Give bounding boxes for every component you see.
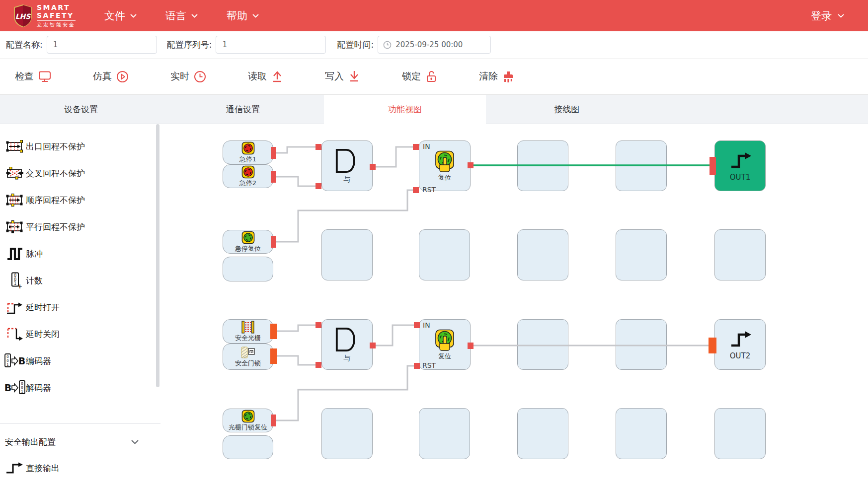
connection-port[interactable] <box>316 322 321 328</box>
block-door-lock[interactable]: 安全门锁 <box>223 344 273 370</box>
block-light-curtain[interactable]: 安全光栅 <box>223 319 273 344</box>
connection-port[interactable] <box>270 348 277 364</box>
block-label: OUT2 <box>730 352 751 360</box>
parallel-loop-icon <box>4 220 26 234</box>
pin-label-rst: RST <box>422 186 436 194</box>
read-button-label: 读取 <box>248 70 267 83</box>
read-button[interactable]: 读取 <box>248 70 283 83</box>
empty-slot[interactable] <box>616 408 667 459</box>
svg-text:1: 1 <box>21 390 23 394</box>
block-out2[interactable]: OUT2 <box>714 319 766 370</box>
connection-port[interactable] <box>270 324 277 339</box>
palette-item-bypass[interactable]: 旁路 <box>0 124 154 133</box>
menu-language[interactable]: 语言 <box>165 9 198 23</box>
brand-subtitle: 立宏智能安全 <box>37 22 76 27</box>
door-lock-icon <box>240 346 255 359</box>
empty-slot[interactable] <box>321 229 373 280</box>
connection-port[interactable] <box>271 171 276 183</box>
connection-port[interactable] <box>413 187 419 193</box>
connection-port[interactable] <box>271 415 276 426</box>
block-label: 复位 <box>438 174 451 181</box>
connection-port[interactable] <box>316 362 321 368</box>
login-menu[interactable]: 登录 <box>811 9 844 23</box>
block-and-gate-1[interactable]: 与 <box>321 140 373 191</box>
safety-output-section-header[interactable]: 安全输出配置 <box>0 428 154 455</box>
palette-item-parallel-loop[interactable]: 平行回程不保护 <box>0 213 154 240</box>
realtime-button[interactable]: 实时 <box>170 70 206 83</box>
config-serial-label: 配置序列号: <box>167 39 212 51</box>
connection-port[interactable] <box>468 343 473 349</box>
simulate-button[interactable]: 仿真 <box>93 70 129 83</box>
connection-port[interactable] <box>413 144 419 150</box>
top-navbar: LHS SMART SAFETY 立宏智能安全 文件 语言 帮助 登录 <box>0 0 868 31</box>
clear-button[interactable]: 清除 <box>479 70 514 83</box>
empty-slot[interactable] <box>616 229 667 280</box>
connection-port[interactable] <box>414 363 420 369</box>
menu-file[interactable]: 文件 <box>104 9 137 23</box>
palette-item-decoder[interactable]: B 0 0 1 解码器 <box>0 374 154 401</box>
empty-slot[interactable] <box>321 408 373 459</box>
palette-item-pulse[interactable]: 脉冲 <box>0 240 154 267</box>
block-estop-reset[interactable]: 急停复位 <box>223 230 273 254</box>
palette-item-label: 编码器 <box>26 355 51 367</box>
config-name-input[interactable] <box>47 36 157 54</box>
tab-wiring-diagram[interactable]: 接线图 <box>486 95 648 124</box>
block-estop1[interactable]: 急停1 <box>223 140 273 164</box>
empty-slot[interactable] <box>714 229 766 280</box>
monitor-icon <box>38 70 51 83</box>
sidebar-scrollbar[interactable] <box>156 124 159 387</box>
empty-slot[interactable] <box>616 319 667 370</box>
lock-button[interactable]: 锁定 <box>402 70 437 83</box>
connection-port[interactable] <box>710 157 716 175</box>
and-gate-icon <box>333 148 361 174</box>
empty-slot[interactable] <box>517 229 568 280</box>
connection-port[interactable] <box>370 343 376 348</box>
light-curtain-icon <box>240 321 255 334</box>
empty-slot[interactable] <box>517 319 568 370</box>
write-button[interactable]: 写入 <box>325 70 360 83</box>
empty-slot[interactable] <box>223 257 273 281</box>
palette-item-exit-loop[interactable]: 出口回程不保护 <box>0 133 154 160</box>
block-label: 急停复位 <box>235 245 261 252</box>
empty-slot[interactable] <box>616 140 667 191</box>
empty-slot[interactable] <box>419 229 470 280</box>
config-time-picker[interactable]: 2025-09-25 00:00 <box>378 36 491 54</box>
palette-item-direct-output[interactable]: 直接输出 <box>0 455 154 482</box>
menu-help[interactable]: 帮助 <box>227 9 259 23</box>
palette-item-sequence-loop[interactable]: 顺序回程不保护 <box>0 187 154 213</box>
connection-port[interactable] <box>316 183 321 189</box>
tab-function-view[interactable]: 功能视图 <box>324 95 486 124</box>
connection-port[interactable] <box>709 338 716 353</box>
tab-communication-settings[interactable]: 通信设置 <box>162 95 324 124</box>
connection-port[interactable] <box>271 147 276 159</box>
connection-port[interactable] <box>468 162 473 168</box>
connection-port[interactable] <box>414 322 420 328</box>
palette-item-delay-open[interactable]: 延时打开 <box>0 294 154 321</box>
block-curtain-lock-reset[interactable]: 光栅门锁复位 <box>223 409 273 432</box>
empty-slot[interactable] <box>419 408 470 459</box>
config-serial-input[interactable] <box>216 36 326 54</box>
connection-port[interactable] <box>316 144 321 150</box>
palette-item-encoder[interactable]: 0 0 1 B 编码器 <box>0 347 154 374</box>
block-label: 复位 <box>438 353 451 360</box>
palette-item-delay-close[interactable]: 延时关闭 <box>0 321 154 347</box>
empty-slot[interactable] <box>714 408 766 459</box>
tab-device-settings[interactable]: 设备设置 <box>0 95 162 124</box>
estop-button-icon <box>241 165 255 179</box>
simulate-button-label: 仿真 <box>93 70 112 83</box>
block-and-gate-2[interactable]: 与 <box>321 319 373 370</box>
empty-slot[interactable] <box>517 408 568 459</box>
block-out1[interactable]: OUT1 <box>714 140 766 191</box>
realtime-button-label: 实时 <box>170 70 189 83</box>
palette-item-cross-loop[interactable]: 交叉回程不保护 <box>0 160 154 187</box>
connection-port[interactable] <box>271 236 276 248</box>
block-estop2[interactable]: 急停2 <box>223 164 273 188</box>
check-button[interactable]: 检查 <box>15 70 51 83</box>
menu-language-label: 语言 <box>165 9 186 23</box>
palette-item-counter[interactable]: 0 0 1 + 计数 <box>0 267 154 294</box>
clock-icon <box>383 41 392 49</box>
empty-slot[interactable] <box>517 140 568 191</box>
empty-slot[interactable] <box>223 435 273 459</box>
menu-help-label: 帮助 <box>227 9 247 23</box>
connection-port[interactable] <box>370 164 376 170</box>
